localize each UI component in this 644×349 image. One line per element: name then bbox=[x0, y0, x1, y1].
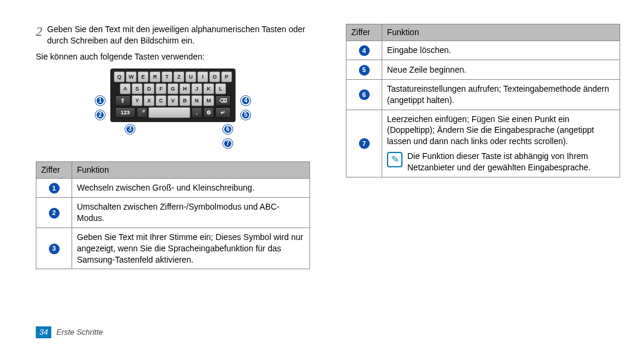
key: K bbox=[203, 83, 214, 94]
step-number: 2 bbox=[36, 25, 42, 46]
key: L bbox=[215, 83, 226, 94]
space-key bbox=[148, 107, 190, 118]
numball-icon: 6 bbox=[359, 89, 370, 100]
callout-6: 6 bbox=[223, 124, 233, 134]
numball-icon: 7 bbox=[359, 138, 370, 149]
key: A bbox=[120, 83, 131, 94]
mode-key: 123 bbox=[115, 107, 135, 118]
note-text: Die Funktion dieser Taste ist abhängig v… bbox=[407, 151, 615, 173]
table-row: 6 Tastatureinstellungen aufrufen; Textei… bbox=[346, 79, 620, 110]
key: F bbox=[156, 83, 166, 94]
numball-icon: 3 bbox=[49, 244, 60, 254]
key: X bbox=[144, 95, 154, 106]
func-text: Tastatureinstellungen aufrufen; Texteing… bbox=[382, 79, 620, 110]
key: Y bbox=[132, 95, 143, 106]
func-text: Wechseln zwischen Groß- und Kleinschreib… bbox=[72, 178, 310, 197]
numball-icon: 5 bbox=[359, 65, 370, 76]
enter-key: ↵ bbox=[215, 107, 231, 118]
func-cell: Leerzeichen einfügen; Fügen Sie einen Pu… bbox=[382, 110, 620, 177]
col-ziffer: Ziffer bbox=[36, 161, 72, 178]
key: R bbox=[150, 71, 160, 82]
key: W bbox=[126, 71, 137, 82]
manual-page: 2 Geben Sie den Text mit den jeweiligen … bbox=[0, 0, 644, 287]
function-table-left: Ziffer Funktion 1 Wechseln zwischen Groß… bbox=[36, 161, 310, 270]
right-column: Ziffer Funktion 4 Eingabe löschen. 5 Neu… bbox=[346, 24, 620, 269]
key: U bbox=[185, 71, 196, 82]
callout-4: 4 bbox=[241, 96, 250, 105]
key: Z bbox=[174, 71, 184, 82]
func-text: Neue Zeile beginnen. bbox=[382, 60, 620, 79]
key: O bbox=[209, 71, 220, 82]
kbd-row-4: 123 🎤 . ⚙ ↵ bbox=[113, 107, 233, 118]
key: T bbox=[162, 71, 172, 82]
col-ziffer: Ziffer bbox=[346, 24, 382, 41]
settings-key: ⚙ bbox=[203, 107, 214, 118]
function-table-right: Ziffer Funktion 4 Eingabe löschen. 5 Neu… bbox=[346, 24, 620, 177]
key: H bbox=[179, 83, 190, 94]
func-text: Umschalten zwischen Ziffern-/Symbolmodus… bbox=[72, 197, 310, 228]
col-funktion: Funktion bbox=[72, 161, 310, 178]
func-text: Geben Sie Text mit Ihrer Stimme ein; Die… bbox=[72, 228, 310, 269]
kbd-row-1: Q W E R T Z U I O P bbox=[113, 71, 233, 82]
kbd-row-2: A S D F G H J K L bbox=[113, 83, 233, 94]
key: S bbox=[132, 83, 143, 94]
key: M bbox=[203, 95, 214, 106]
page-number: 34 bbox=[36, 326, 51, 338]
key: Q bbox=[114, 71, 125, 82]
table-row: 4 Eingabe löschen. bbox=[346, 40, 620, 60]
key: D bbox=[144, 83, 154, 94]
key: C bbox=[156, 95, 166, 106]
key: E bbox=[138, 71, 148, 82]
kbd-row-3: ⇧ Y X C V B N M ⌫ bbox=[113, 95, 233, 106]
col-funktion: Funktion bbox=[382, 24, 620, 41]
func-text: Leerzeichen einfügen; Fügen Sie einen Pu… bbox=[387, 114, 615, 148]
left-column: 2 Geben Sie den Text mit den jeweiligen … bbox=[36, 24, 310, 269]
key: N bbox=[191, 95, 202, 106]
shift-key: ⇧ bbox=[115, 95, 131, 106]
numball-icon: 2 bbox=[49, 208, 60, 219]
key: V bbox=[168, 95, 178, 106]
onscreen-keyboard: Q W E R T Z U I O P A S D F G H bbox=[110, 68, 236, 122]
dot-key: . bbox=[191, 107, 202, 118]
note-icon: ✎ bbox=[387, 152, 402, 167]
table-row: 1 Wechseln zwischen Groß- und Kleinschre… bbox=[36, 178, 310, 197]
subnote: Sie können auch folgende Tasten verwende… bbox=[36, 51, 310, 63]
table-row: 5 Neue Zeile beginnen. bbox=[346, 60, 620, 79]
callout-2: 2 bbox=[95, 110, 105, 120]
callout-7: 7 bbox=[223, 139, 233, 148]
key: B bbox=[179, 95, 190, 106]
func-text: Eingabe löschen. bbox=[382, 40, 620, 60]
table-row: 2 Umschalten zwischen Ziffern-/Symbolmod… bbox=[36, 197, 310, 228]
callout-3: 3 bbox=[125, 124, 135, 134]
numball-icon: 4 bbox=[359, 45, 370, 56]
step-line: 2 Geben Sie den Text mit den jeweiligen … bbox=[36, 24, 310, 46]
backspace-key: ⌫ bbox=[215, 95, 231, 106]
callout-5: 5 bbox=[241, 110, 250, 120]
key: J bbox=[191, 83, 202, 94]
key: I bbox=[197, 71, 208, 82]
keyboard-figure: Q W E R T Z U I O P A S D F G H bbox=[95, 68, 250, 152]
key: G bbox=[168, 83, 178, 94]
table-row: 7 Leerzeichen einfügen; Fügen Sie einen … bbox=[346, 110, 620, 177]
section-name: Erste Schritte bbox=[56, 327, 103, 338]
page-footer: 34 Erste Schritte bbox=[36, 326, 103, 338]
step-text: Geben Sie den Text mit den jeweiligen al… bbox=[47, 24, 310, 46]
key: P bbox=[221, 71, 232, 82]
numball-icon: 1 bbox=[49, 183, 60, 194]
table-row: 3 Geben Sie Text mit Ihrer Stimme ein; D… bbox=[36, 228, 310, 269]
mic-key: 🎤 bbox=[137, 107, 147, 118]
callout-1: 1 bbox=[95, 96, 105, 105]
